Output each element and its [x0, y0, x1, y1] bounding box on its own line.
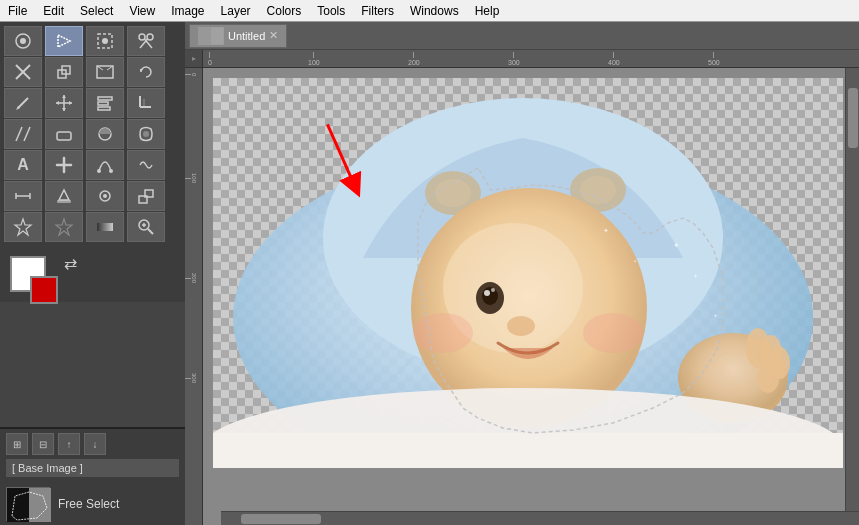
svg-text:✦: ✦: [713, 313, 718, 319]
base-image-layer[interactable]: [ Base Image ]: [6, 459, 179, 477]
tool-heal[interactable]: [45, 150, 83, 180]
new-layer-button[interactable]: ⊞: [6, 433, 28, 455]
svg-marker-24: [69, 101, 72, 105]
ruler-corner: ▸: [185, 50, 203, 68]
svg-rect-57: [211, 27, 224, 45]
svg-text:✦: ✦: [693, 273, 698, 279]
move-layer-up-button[interactable]: ↑: [58, 433, 80, 455]
color-section: ⇄: [0, 246, 185, 302]
tool-options-panel: [0, 302, 185, 427]
svg-point-35: [143, 131, 149, 137]
svg-rect-54: [29, 488, 51, 522]
swap-colors-icon[interactable]: ⇄: [64, 254, 77, 273]
tool-color-picker[interactable]: [4, 212, 42, 242]
tool-rotate[interactable]: [127, 57, 165, 87]
tool-smudge[interactable]: [127, 119, 165, 149]
tool-dodge[interactable]: [86, 119, 124, 149]
menu-view[interactable]: View: [121, 2, 163, 20]
svg-rect-33: [57, 132, 71, 140]
svg-rect-48: [97, 223, 113, 231]
tool-by-color[interactable]: [86, 26, 124, 56]
vertical-scroll-thumb[interactable]: [848, 88, 858, 148]
tool-eraser[interactable]: [45, 119, 83, 149]
svg-rect-81: [213, 433, 843, 468]
svg-rect-26: [98, 102, 108, 105]
menu-bar: File Edit Select View Image Layer Colors…: [0, 0, 859, 22]
menu-windows[interactable]: Windows: [402, 2, 467, 20]
menu-colors[interactable]: Colors: [259, 2, 310, 20]
tool-scissors-select[interactable]: [127, 26, 165, 56]
svg-rect-41: [57, 200, 71, 203]
svg-marker-23: [56, 101, 59, 105]
color-swap-area: ⇄: [64, 254, 77, 273]
tool-move[interactable]: [45, 88, 83, 118]
svg-text:✦: ✦: [603, 227, 609, 234]
layer-icon-bar: ⊞ ⊟ ↑ ↓: [6, 433, 179, 455]
svg-line-17: [18, 98, 28, 108]
horizontal-scrollbar[interactable]: [221, 511, 859, 525]
menu-tools[interactable]: Tools: [309, 2, 353, 20]
tool-shear[interactable]: [4, 119, 42, 149]
svg-rect-25: [98, 97, 112, 100]
vertical-scrollbar[interactable]: [845, 68, 859, 511]
svg-point-73: [413, 313, 473, 353]
ruler-left: 0 100 200 300: [185, 68, 203, 525]
svg-point-74: [583, 313, 643, 353]
tab-title: Untitled: [228, 30, 265, 42]
tool-blend[interactable]: [86, 212, 124, 242]
tool-color-picker2[interactable]: [45, 212, 83, 242]
tool-path[interactable]: [86, 150, 124, 180]
menu-image[interactable]: Image: [163, 2, 212, 20]
menu-filters[interactable]: Filters: [353, 2, 402, 20]
canvas-tab-image[interactable]: Untitled ✕: [189, 24, 287, 48]
tool-clone[interactable]: [45, 57, 83, 87]
tool-warp[interactable]: [127, 150, 165, 180]
svg-rect-27: [98, 107, 110, 110]
main-layout: A: [0, 22, 859, 525]
toolbox: A: [0, 22, 185, 525]
ruler-row: ▸ 0 100 200 300 400 500: [185, 50, 859, 68]
tool-perspective[interactable]: [86, 57, 124, 87]
svg-line-32: [24, 127, 30, 141]
tab-close-button[interactable]: ✕: [269, 29, 278, 42]
svg-text:✦: ✦: [673, 241, 680, 250]
tool-scissors[interactable]: [4, 57, 42, 87]
tool-free-select[interactable]: [45, 26, 83, 56]
delete-layer-button[interactable]: ⊟: [32, 433, 54, 455]
color-wrapper: [10, 256, 46, 292]
tool-text[interactable]: A: [4, 150, 42, 180]
svg-point-70: [484, 290, 490, 296]
menu-select[interactable]: Select: [72, 2, 121, 20]
horizontal-scroll-thumb[interactable]: [241, 514, 321, 524]
svg-point-72: [507, 316, 535, 336]
tool-zoom[interactable]: [127, 212, 165, 242]
base-image-label: [ Base Image ]: [12, 462, 83, 474]
move-layer-down-button[interactable]: ↓: [84, 433, 106, 455]
tool-paint-bucket[interactable]: [45, 181, 83, 211]
tool-measure[interactable]: [4, 181, 42, 211]
layer-panel: ⊞ ⊟ ↑ ↓ [ Base Image ]: [0, 427, 185, 481]
baby-image: ✦ ✦ ✦ ✦ ✦: [213, 78, 843, 468]
tool-fuzzy-select[interactable]: [4, 26, 42, 56]
tool-clone-stamp[interactable]: [127, 181, 165, 211]
background-color[interactable]: [30, 276, 58, 304]
menu-edit[interactable]: Edit: [35, 2, 72, 20]
tool-crop[interactable]: [127, 88, 165, 118]
tool-align[interactable]: [86, 88, 124, 118]
svg-point-6: [147, 34, 153, 40]
svg-line-31: [16, 127, 22, 141]
canvas-viewport[interactable]: ✦ ✦ ✦ ✦ ✦: [203, 68, 859, 525]
tool-pencil[interactable]: [4, 88, 42, 118]
menu-help[interactable]: Help: [467, 2, 508, 20]
menu-layer[interactable]: Layer: [213, 2, 259, 20]
svg-point-71: [491, 288, 495, 292]
tool-airbrush[interactable]: [86, 181, 124, 211]
svg-point-37: [109, 169, 113, 173]
svg-point-43: [103, 194, 107, 198]
svg-point-5: [139, 34, 145, 40]
free-select-info: Free Select: [0, 481, 185, 525]
menu-file[interactable]: File: [0, 2, 35, 20]
tool-thumbnail: [6, 487, 50, 521]
svg-rect-56: [198, 27, 211, 45]
svg-point-79: [757, 363, 779, 393]
